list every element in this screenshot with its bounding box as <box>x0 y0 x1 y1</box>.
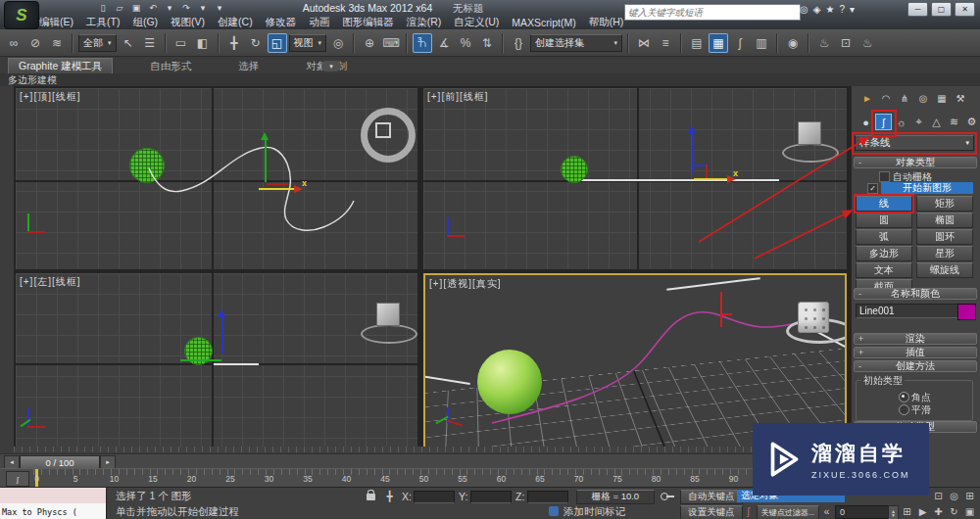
shape-button-星形[interactable]: 星形 <box>916 246 973 261</box>
graphite-ribbon-toggle-icon[interactable]: ▦ <box>709 33 728 53</box>
time-slider-handle[interactable]: 0 / 100 <box>20 455 100 469</box>
menu-item[interactable]: 编辑(E) <box>39 16 74 29</box>
tab-create[interactable]: ► <box>859 90 875 106</box>
sphere-object-front-view[interactable] <box>561 156 588 183</box>
autogrid-checkbox[interactable] <box>879 171 890 182</box>
rollout-rendering[interactable]: + 渲染 <box>854 333 977 345</box>
select-and-scale-icon[interactable]: ◱ <box>268 33 287 53</box>
bind-to-spacewarp-icon[interactable]: ≋ <box>47 33 67 53</box>
mini-curve-editor-button[interactable]: ʃ <box>6 471 29 487</box>
communication-center-icon[interactable]: ◈ <box>813 4 821 15</box>
helper-cube-object[interactable] <box>376 303 400 326</box>
timeline-ruler[interactable]: ʃ 05101520253035404550556065707580859095… <box>0 468 851 488</box>
play-icon[interactable]: ▶ <box>915 505 930 518</box>
listener-macro-line[interactable] <box>0 488 106 504</box>
select-object-icon[interactable]: ↖ <box>119 33 138 53</box>
menu-item[interactable]: 视图(V) <box>171 16 205 29</box>
rendered-frame-window-icon[interactable]: ⊡ <box>836 33 856 53</box>
zoom-all-icon[interactable]: ⊞ <box>962 490 977 502</box>
tab-hierarchy[interactable]: ⋔ <box>897 90 912 106</box>
current-frame-field[interactable]: 0 <box>835 505 892 519</box>
snaps-toggle-icon[interactable]: 3 ∩ <box>413 33 432 53</box>
spline-front-view[interactable] <box>572 179 779 181</box>
rollout-creation-method[interactable]: - 创建方法 <box>854 360 977 372</box>
listener-script-line[interactable]: Max to Physcs ( <box>0 503 106 519</box>
menu-item[interactable]: 动画 <box>309 16 329 29</box>
close-button[interactable]: ✕ <box>955 2 975 17</box>
menu-item[interactable]: 组(G) <box>132 16 158 29</box>
application-button[interactable]: S <box>4 1 39 29</box>
shape-type-dropdown[interactable]: 样条线 ▾ <box>855 135 974 151</box>
pan-hand-icon[interactable]: ✚ <box>931 505 946 518</box>
menu-item[interactable]: 渲染(R) <box>407 16 442 29</box>
key-mode-icon[interactable]: ʃ <box>741 505 756 518</box>
layer-manager-icon[interactable]: ▤ <box>687 33 707 53</box>
tab-modify[interactable]: ◠ <box>878 90 894 106</box>
help-caret-icon[interactable]: ▾ <box>850 4 855 15</box>
percent-snap-icon[interactable]: % <box>456 33 475 53</box>
shape-button-圆[interactable]: 圆 <box>856 212 912 228</box>
next-frame-button[interactable]: ▸ <box>100 455 116 469</box>
spline-top-view[interactable] <box>16 88 417 269</box>
render-production-icon[interactable]: ♨ <box>858 33 877 53</box>
align-icon[interactable]: ≡ <box>656 33 675 53</box>
search-icon[interactable]: ◎ <box>800 4 808 15</box>
rollout-name-color[interactable]: - 名称和颜色 <box>854 288 977 300</box>
helper-cube-object[interactable] <box>798 121 821 145</box>
viewport-front[interactable]: [+][前][线框] x <box>423 88 847 269</box>
menu-item[interactable]: 修改器 <box>266 16 297 29</box>
go-to-start-icon[interactable]: « <box>819 505 834 518</box>
category-geometry-icon[interactable]: ● <box>858 114 874 130</box>
unlink-selection-icon[interactable]: ⊘ <box>25 33 45 53</box>
select-by-name-icon[interactable]: ☰ <box>140 33 160 53</box>
material-editor-icon[interactable]: ◉ <box>783 33 803 53</box>
y-coord-field[interactable] <box>470 491 512 503</box>
viewport-top-label[interactable]: [+][顶][线框] <box>20 90 81 104</box>
window-crossing-icon[interactable]: ◧ <box>193 33 213 53</box>
frame-spinner[interactable]: ▲▼ <box>888 505 899 519</box>
zoom-icon[interactable]: ◎ <box>947 490 961 502</box>
tab-display[interactable]: ▦ <box>934 90 950 106</box>
key-filters-button[interactable]: 关键点过滤器... <box>757 505 819 519</box>
absolute-mode-toggle-icon[interactable]: ╋ <box>382 490 397 502</box>
category-systems-icon[interactable]: ⚙ <box>963 114 980 130</box>
shape-button-矩形[interactable]: 矩形 <box>916 196 973 212</box>
angle-snap-icon[interactable]: ∡ <box>434 33 454 53</box>
reference-coordsys-dropdown[interactable]: 视图 ▾ <box>289 34 327 52</box>
shape-button-多边形[interactable]: 多边形 <box>856 246 912 261</box>
keyboard-override-icon[interactable]: ⌨ <box>381 33 401 53</box>
mirror-icon[interactable]: ⋈ <box>634 33 654 53</box>
maxscript-mini-listener[interactable]: Max to Physcs ( <box>0 488 107 519</box>
menu-item[interactable]: 创建(C) <box>218 16 253 29</box>
start-new-shape-checkbox[interactable]: ✓ <box>867 183 878 194</box>
x-coord-field[interactable] <box>414 491 455 503</box>
project-caret-icon[interactable]: ▾ <box>213 1 226 14</box>
z-coord-field[interactable] <box>527 491 568 503</box>
time-config-icon[interactable]: ⊞ <box>900 505 914 518</box>
set-key-button[interactable]: 设置关键点 <box>680 505 743 519</box>
selection-region-icon[interactable]: ▭ <box>172 33 191 53</box>
ribbon-minimize-icon[interactable]: ▾ <box>321 61 341 71</box>
rollout-interpolation[interactable]: + 插值 <box>854 347 977 358</box>
viewport-left[interactable]: [+][左][线框] <box>16 273 417 448</box>
smooth-label[interactable]: 平滑 <box>911 403 931 417</box>
tab-utilities[interactable]: ⚒ <box>953 90 968 106</box>
menu-item[interactable]: 工具(T) <box>86 16 120 29</box>
minimize-button[interactable]: ─ <box>907 2 928 17</box>
track-bar[interactable] <box>14 447 851 452</box>
viewport-front-label[interactable]: [+][前][线框] <box>427 90 489 104</box>
zoom-extents-icon[interactable]: ⊡ <box>931 490 946 502</box>
tab-motion[interactable]: ◎ <box>915 90 931 106</box>
ribbon-tab[interactable]: 选择 <box>228 59 269 74</box>
select-and-link-icon[interactable]: ∞ <box>4 33 24 53</box>
favorites-icon[interactable]: ★ <box>825 4 834 15</box>
help-icon[interactable]: ? <box>839 4 845 15</box>
select-and-manipulate-icon[interactable]: ⊕ <box>360 33 379 53</box>
shape-button-文本[interactable]: 文本 <box>856 262 912 278</box>
shape-button-线[interactable]: 线 <box>856 196 912 212</box>
orbit-icon[interactable]: ↻ <box>947 505 961 518</box>
redo-caret-icon[interactable]: ▾ <box>196 1 210 14</box>
edit-named-sets-icon[interactable]: {} <box>509 33 528 53</box>
infocenter-search-input[interactable] <box>624 4 801 21</box>
sphere-object-perspective[interactable] <box>477 350 542 414</box>
